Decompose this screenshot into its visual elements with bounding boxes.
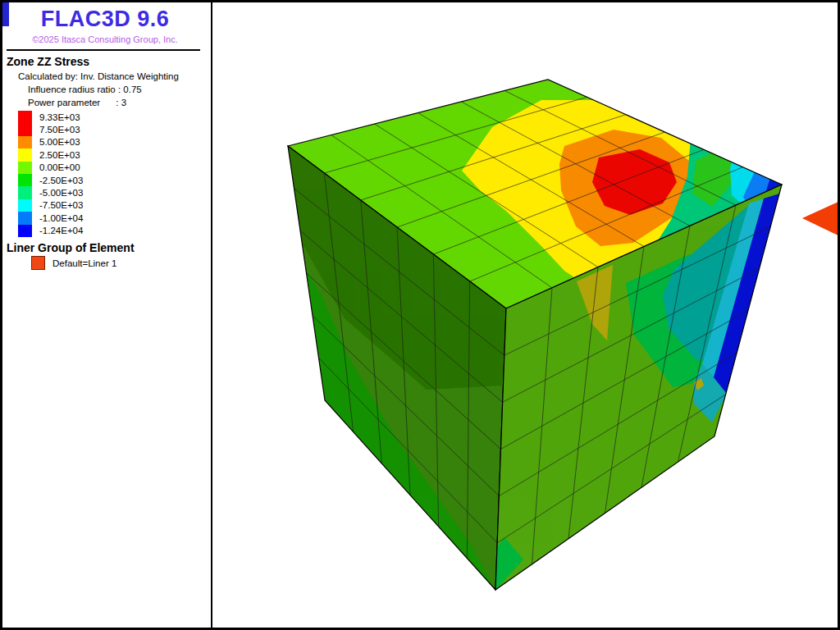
colorbar-row: 5.00E+03 bbox=[18, 136, 83, 148]
colorbar-row: -2.50E+03 bbox=[18, 174, 83, 186]
colorbar-swatch bbox=[18, 186, 32, 199]
app-title: FLAC3D 9.6 bbox=[2, 7, 208, 32]
colorbar-value: -1.00E+04 bbox=[39, 213, 83, 223]
copyright-text: ©2025 Itasca Consulting Group, Inc. bbox=[2, 34, 208, 44]
colorbar-swatch bbox=[18, 212, 32, 224]
colorbar-swatch bbox=[18, 199, 32, 212]
liner-legend-title: Liner Group of Element bbox=[7, 241, 135, 254]
panel-divider bbox=[211, 2, 212, 628]
power-param-text: Power parameter : 3 bbox=[28, 98, 126, 107]
radius-ratio-text: Influence radius ratio : 0.75 bbox=[28, 84, 142, 94]
colorbar-swatch bbox=[18, 136, 32, 148]
colorbar-value: 0.00E+00 bbox=[39, 162, 80, 172]
colorbar-value: -2.50E+03 bbox=[39, 176, 83, 185]
colorbar-row: 9.33E+03 bbox=[18, 111, 83, 123]
calc-method-text: Calculated by: Inv. Distance Weighting bbox=[18, 71, 179, 81]
colorbar-row: -1.00E+04 bbox=[18, 212, 83, 224]
liner-legend-entry: Default=Liner 1 bbox=[31, 256, 116, 270]
separator-line bbox=[7, 49, 200, 51]
colorbar-value: 9.33E+03 bbox=[39, 112, 80, 122]
colorbar-value: 2.50E+03 bbox=[39, 150, 80, 160]
colorbar-value: 5.00E+03 bbox=[39, 137, 80, 147]
colorbar-swatch bbox=[18, 174, 32, 186]
colorbar-value: 7.50E+03 bbox=[39, 125, 80, 135]
colorbar-value: -5.00E+03 bbox=[39, 188, 83, 198]
colorbar-row: 7.50E+03 bbox=[18, 123, 83, 135]
colorbar-row: 2.50E+03 bbox=[18, 148, 83, 161]
colorbar-value: -7.50E+03 bbox=[39, 200, 83, 210]
liner-label: Default=Liner 1 bbox=[52, 258, 116, 268]
colorbar-value: -1.24E+04 bbox=[39, 226, 83, 235]
colorbar-row: -5.00E+03 bbox=[18, 186, 83, 199]
colorbar-row: -7.50E+03 bbox=[18, 199, 83, 212]
liner-color-swatch bbox=[31, 256, 45, 270]
colorbar-row: -1.24E+04 bbox=[18, 225, 83, 237]
colorbar-swatch bbox=[18, 123, 32, 135]
colorbar-swatch bbox=[18, 111, 32, 123]
colorbar-swatch bbox=[18, 162, 32, 174]
flac3d-window: FLAC3D 9.6 ©2025 Itasca Consulting Group… bbox=[0, 0, 840, 630]
colorbar-swatch bbox=[18, 148, 32, 161]
stress-legend-title: Zone ZZ Stress bbox=[7, 55, 89, 68]
colorbar-swatch bbox=[18, 225, 32, 237]
stress-colorbar: 9.33E+037.50E+035.00E+032.50E+030.00E+00… bbox=[18, 111, 83, 237]
colorbar-row: 0.00E+00 bbox=[18, 162, 83, 174]
legend-panel: FLAC3D 9.6 ©2025 Itasca Consulting Group… bbox=[2, 2, 211, 628]
applied-load-arrow bbox=[802, 201, 840, 236]
